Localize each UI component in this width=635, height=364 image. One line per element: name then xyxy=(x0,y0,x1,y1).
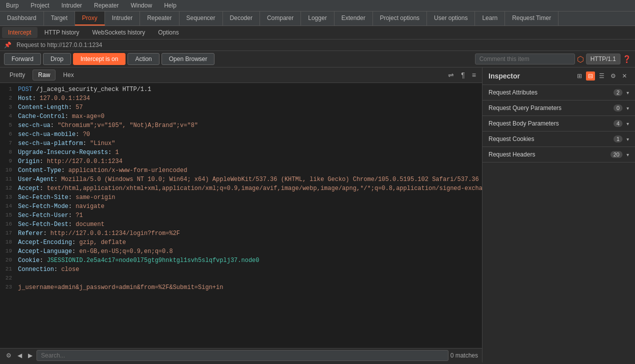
menu-window[interactable]: Window xyxy=(128,1,154,10)
format-tab-pretty[interactable]: Pretty xyxy=(4,70,30,80)
menu-burp[interactable]: Burp xyxy=(4,1,20,10)
comment-input[interactable] xyxy=(475,54,575,64)
format-icon-2[interactable]: ¶ xyxy=(459,70,467,80)
intercept-toggle-button[interactable]: Intercept is on xyxy=(73,53,126,65)
chevron-down-icon: ▾ xyxy=(626,136,629,142)
line-number: 12 xyxy=(0,184,16,193)
inspector-section[interactable]: Request Query Parameters 0 ▾ xyxy=(482,100,635,116)
line-content: Cache-Control: max-age=0 xyxy=(16,112,106,121)
line-content: Sec-Fetch-Dest: document xyxy=(16,220,106,229)
code-editor[interactable]: 1POST /j_acegi_security_check HTTP/1.12H… xyxy=(0,83,482,348)
line-content xyxy=(16,274,20,283)
inspector-view-btn-1[interactable]: ⊞ xyxy=(575,72,584,80)
line-number: 8 xyxy=(0,148,16,157)
drop-button[interactable]: Drop xyxy=(43,53,71,65)
code-line: 22 xyxy=(0,274,482,283)
menu-project[interactable]: Project xyxy=(28,1,51,10)
wrap-icon[interactable]: ⇌ xyxy=(446,70,456,80)
line-number: 5 xyxy=(0,121,16,130)
tab-repeater[interactable]: Repeater xyxy=(140,12,179,26)
tab-project-options[interactable]: Project options xyxy=(373,12,427,26)
code-line: 13Sec-Fetch-Site: same-origin xyxy=(0,193,482,202)
line-number: 9 xyxy=(0,157,16,166)
code-line: 20Cookie: JSESSIONID.2e5a4c17=node0l75gt… xyxy=(0,256,482,265)
forward-button[interactable]: Forward xyxy=(4,53,41,65)
line-number: 7 xyxy=(0,139,16,148)
settings-icon[interactable]: ⚙ xyxy=(4,351,14,360)
inspector-section[interactable]: Request Body Parameters 4 ▾ xyxy=(482,116,635,132)
line-number: 10 xyxy=(0,166,16,175)
inspector-section[interactable]: Request Cookies 1 ▾ xyxy=(482,132,635,147)
next-match-button[interactable]: ▶ xyxy=(26,351,34,360)
menu-intruder[interactable]: Intruder xyxy=(60,1,84,10)
inspector-section-label: Request Headers xyxy=(488,151,535,158)
search-input[interactable] xyxy=(36,350,448,361)
inspector-section-header[interactable]: Request Body Parameters 4 ▾ xyxy=(482,116,635,131)
code-line: 10Content-Type: application/x-www-form-u… xyxy=(0,166,482,175)
line-number: 2 xyxy=(0,94,16,103)
inspector-settings-btn[interactable]: ⚙ xyxy=(608,72,618,80)
action-button[interactable]: Action xyxy=(128,53,159,65)
line-content: sec-ch-ua-platform: "Linux" xyxy=(16,139,117,148)
inspector-section-header[interactable]: Request Headers 20 ▾ xyxy=(482,147,635,162)
tab-logger[interactable]: Logger xyxy=(301,12,334,26)
format-icon-3[interactable]: ≡ xyxy=(470,70,478,80)
code-line: 8Upgrade-Insecure-Requests: 1 xyxy=(0,148,482,157)
line-number: 22 xyxy=(0,274,16,283)
http-version-badge: HTTP/1.1 xyxy=(586,54,620,64)
tab-sequencer[interactable]: Sequencer xyxy=(180,12,223,26)
subtab-options[interactable]: Options xyxy=(152,27,184,38)
line-content: Accept-Encoding: gzip, deflate xyxy=(16,238,128,247)
inspector-section-count: 1 xyxy=(614,136,622,142)
tab-comparer[interactable]: Comparer xyxy=(260,12,301,26)
subtab-websockets-history[interactable]: WebSockets history xyxy=(86,27,152,38)
chevron-down-icon: ▾ xyxy=(626,121,629,126)
line-content: j_username=admin&j_password=admin&from=%… xyxy=(16,283,225,292)
tab-decoder[interactable]: Decoder xyxy=(223,12,260,26)
menu-repeater[interactable]: Repeater xyxy=(92,1,120,10)
line-number: 15 xyxy=(0,211,16,220)
inspector-section-header[interactable]: Request Cookies 1 ▾ xyxy=(482,132,635,146)
code-line: 12Accept: text/html,application/xhtml+xm… xyxy=(0,184,482,193)
inspector-section-count: 0 xyxy=(614,104,622,112)
inspector-section-count: 2 xyxy=(614,89,622,96)
line-number: 11 xyxy=(0,175,16,184)
code-line: 9Origin: http://127.0.0.1:1234 xyxy=(0,157,482,166)
tab-intruder[interactable]: Intruder xyxy=(105,12,140,26)
toolbar: Forward Drop Intercept is on Action Open… xyxy=(0,51,635,68)
inspector-close-btn[interactable]: ✕ xyxy=(620,72,629,80)
help-button[interactable]: ❓ xyxy=(622,55,631,63)
subtab-intercept[interactable]: Intercept xyxy=(2,27,38,38)
line-content: Content-Length: 57 xyxy=(16,103,85,112)
inspector-section-header[interactable]: Request Attributes 2 ▾ xyxy=(482,85,635,100)
tab-dashboard[interactable]: Dashboard xyxy=(0,12,44,26)
inspector-section-count: 20 xyxy=(610,151,622,158)
code-line: 17Referer: http://127.0.0.1:1234/login?f… xyxy=(0,229,482,238)
tab-user-options[interactable]: User options xyxy=(427,12,475,26)
chevron-down-icon: ▾ xyxy=(626,106,629,111)
menu-help[interactable]: Help xyxy=(162,1,178,10)
tab-proxy[interactable]: Proxy xyxy=(75,12,105,26)
code-line: 7sec-ch-ua-platform: "Linux" xyxy=(0,139,482,148)
inspector-lines-btn[interactable]: ☰ xyxy=(597,72,606,80)
line-number: 6 xyxy=(0,130,16,139)
inspector-section[interactable]: Request Headers 20 ▾ xyxy=(482,147,635,162)
tab-target[interactable]: Target xyxy=(44,12,75,26)
inspector-sections: Request Attributes 2 ▾ Request Query Par… xyxy=(482,85,635,162)
format-tab-hex[interactable]: Hex xyxy=(58,70,79,80)
menu-bar: Burp Project Intruder Repeater Window He… xyxy=(0,0,635,12)
tab-learn[interactable]: Learn xyxy=(475,12,505,26)
line-content: Cookie: JSESSIONID.2e5a4c17=node0l75gtg9… xyxy=(16,256,262,265)
tab-request-timer[interactable]: Request Timer xyxy=(505,12,558,26)
inspector-view-btn-2[interactable]: ⊟ xyxy=(586,72,595,80)
top-tabs: Dashboard Target Proxy Intruder Repeater… xyxy=(0,12,635,26)
prev-match-button[interactable]: ◀ xyxy=(16,351,24,360)
format-tab-raw[interactable]: Raw xyxy=(32,70,56,80)
tab-extender[interactable]: Extender xyxy=(334,12,373,26)
open-browser-button[interactable]: Open Browser xyxy=(162,53,215,65)
subtab-http-history[interactable]: HTTP history xyxy=(38,27,86,38)
line-number: 17 xyxy=(0,229,16,238)
inspector-section-header[interactable]: Request Query Parameters 0 ▾ xyxy=(482,100,635,116)
line-content: sec-ch-ua: "Chromium";v="105", "Not)A;Br… xyxy=(16,121,200,130)
inspector-section[interactable]: Request Attributes 2 ▾ xyxy=(482,85,635,100)
